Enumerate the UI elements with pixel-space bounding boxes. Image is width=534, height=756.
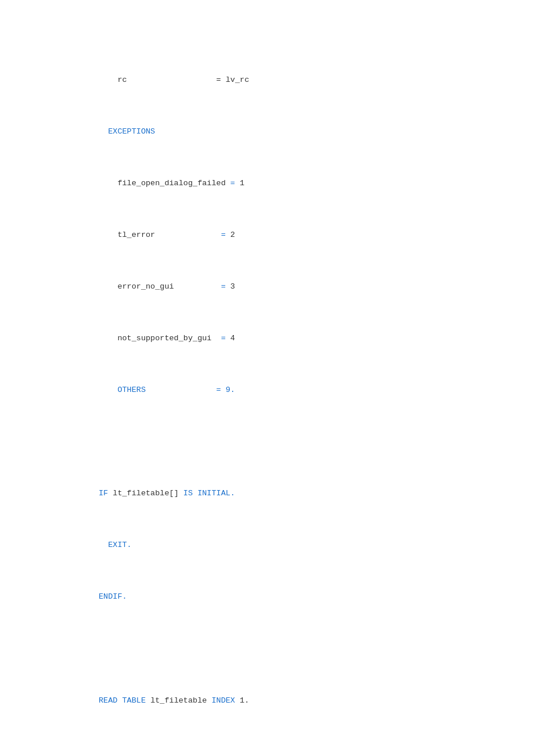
code-line-6: not_supported_by_gui = 4 <box>99 332 534 345</box>
code-line-1: rc = lv_rc <box>99 74 534 87</box>
code-line-8 <box>99 435 534 448</box>
code-line-7: OTHERS = 9. <box>99 384 534 397</box>
code-line-3: file_open_dialog_failed = 1 <box>99 177 534 190</box>
code-editor: rc = lv_rc EXCEPTIONS file_open_dialog_f… <box>99 35 534 756</box>
code-line-14 <box>99 746 534 756</box>
code-line-13: READ TABLE lt_filetable INDEX 1. <box>99 694 534 707</box>
code-line-11: ENDIF. <box>99 591 534 603</box>
code-line-12 <box>99 642 534 655</box>
code-line-9: IF lt_filetable[] IS INITIAL. <box>99 487 534 500</box>
code-line-4: tl_error = 2 <box>99 229 534 242</box>
code-line-10: EXIT. <box>99 539 534 552</box>
code-line-5: error_no_gui = 3 <box>99 280 534 293</box>
code-line-2: EXCEPTIONS <box>99 125 534 138</box>
